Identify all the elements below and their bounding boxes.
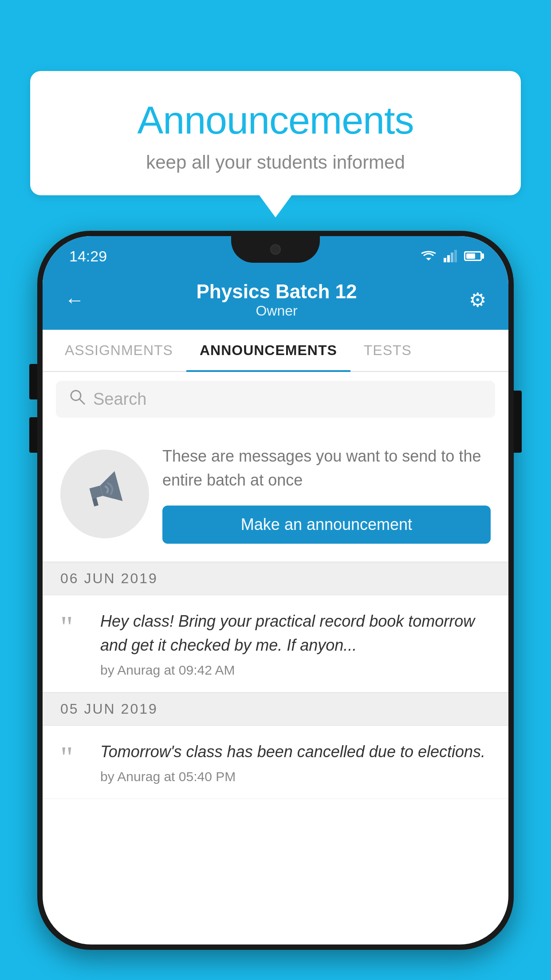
svg-point-5 [71, 391, 81, 400]
announcement-meta-1: by Anurag at 09:42 AM [100, 663, 491, 678]
speech-bubble-container: Announcements keep all your students inf… [30, 71, 521, 195]
phone-frame: 14:29 [37, 231, 514, 950]
date-separator-2: 05 JUN 2019 [43, 692, 508, 726]
promo-icon-circle [60, 450, 149, 538]
svg-rect-4 [454, 250, 457, 262]
announcement-content-1: Hey class! Bring your practical record b… [100, 609, 491, 678]
date-separator-1: 06 JUN 2019 [43, 562, 508, 595]
megaphone-icon [76, 463, 133, 526]
speech-bubble-subtitle: keep all your students informed [66, 152, 485, 173]
make-announcement-button[interactable]: Make an announcement [162, 506, 491, 544]
speech-bubble: Announcements keep all your students inf… [30, 71, 521, 195]
tab-assignments[interactable]: ASSIGNMENTS [51, 330, 186, 371]
quote-icon: " [60, 612, 87, 643]
svg-rect-2 [447, 255, 450, 262]
volume-up-button[interactable] [29, 364, 37, 399]
announcement-text-2: Tomorrow's class has been cancelled due … [100, 740, 491, 764]
phone-screen: 14:29 [43, 236, 508, 944]
signal-icon [444, 250, 457, 262]
app-header: ← Physics Batch 12 Owner ⚙ [43, 272, 508, 330]
svg-rect-1 [444, 258, 446, 262]
svg-marker-8 [98, 471, 123, 506]
back-button[interactable]: ← [65, 289, 84, 311]
search-bar[interactable]: Search [56, 381, 495, 418]
svg-rect-3 [451, 253, 453, 262]
announcement-item-1[interactable]: " Hey class! Bring your practical record… [43, 595, 508, 692]
volume-down-button[interactable] [29, 417, 37, 453]
phone-container: 14:29 [37, 231, 514, 980]
announcement-meta-2: by Anurag at 05:40 PM [100, 769, 491, 784]
search-container: Search [43, 372, 508, 427]
front-camera [270, 244, 281, 255]
promo-content: These are messages you want to send to t… [162, 444, 491, 544]
promo-description: These are messages you want to send to t… [162, 444, 491, 492]
tab-announcements[interactable]: ANNOUNCEMENTS [186, 330, 350, 371]
svg-line-6 [79, 399, 85, 404]
promo-block: These are messages you want to send to t… [43, 427, 508, 562]
svg-rect-9 [92, 498, 98, 506]
header-title-group: Physics Batch 12 Owner [84, 281, 469, 319]
batch-subtitle: Owner [84, 303, 469, 319]
tabs-container: ASSIGNMENTS ANNOUNCEMENTS TESTS [43, 330, 508, 372]
announcement-content-2: Tomorrow's class has been cancelled due … [100, 740, 491, 784]
status-icons [421, 250, 482, 262]
power-button[interactable] [514, 391, 522, 453]
quote-icon-2: " [60, 742, 87, 773]
tab-tests[interactable]: TESTS [350, 330, 425, 371]
batch-title: Physics Batch 12 [84, 281, 469, 303]
svg-marker-0 [426, 258, 431, 261]
wifi-icon [421, 250, 437, 262]
search-placeholder: Search [93, 390, 146, 409]
speech-bubble-title: Announcements [66, 98, 485, 143]
announcement-item-2[interactable]: " Tomorrow's class has been cancelled du… [43, 726, 508, 799]
announcement-text-1: Hey class! Bring your practical record b… [100, 609, 491, 657]
phone-notch [231, 236, 320, 263]
settings-gear-icon[interactable]: ⚙ [469, 288, 486, 311]
status-time: 14:29 [69, 248, 107, 265]
search-icon [69, 389, 86, 410]
battery-icon [464, 251, 482, 261]
